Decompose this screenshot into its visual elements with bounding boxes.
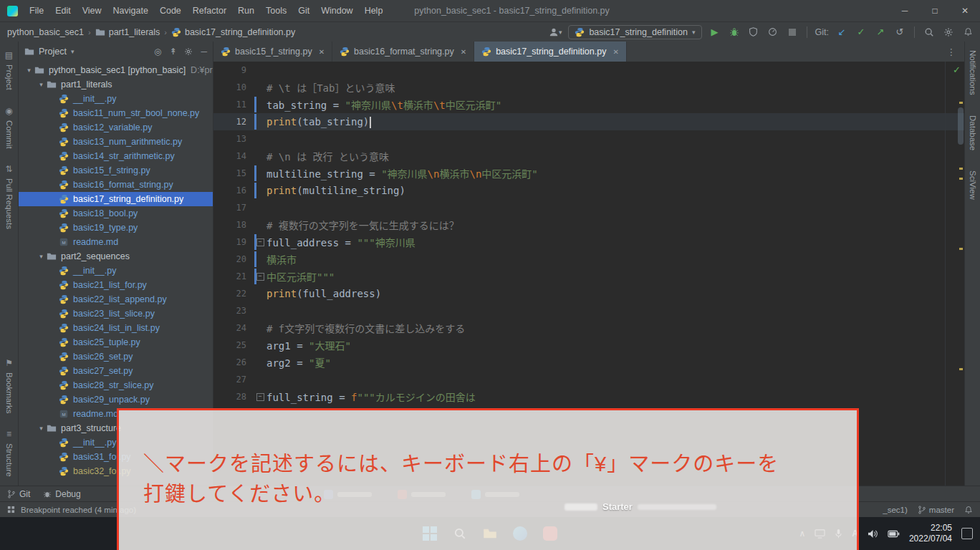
editor-tab-basic15_f_string-py[interactable]: basic15_f_string.py✕ [213,42,332,62]
fold-marker-icon[interactable]: − [256,273,264,281]
tab-options-icon[interactable]: ⋮ [938,42,965,62]
warning-stripe-mark[interactable] [959,178,963,180]
action-center-icon[interactable] [961,528,973,539]
code-line-15[interactable]: 15multiline_string = "神奈川県\n横浜市\n中区元浜町" [213,165,964,182]
code-line-13[interactable]: 13 [213,130,964,148]
user-account-icon[interactable]: ▾ [549,25,562,39]
tree-item-__init__-py[interactable]: __init__.py [19,92,213,106]
git-commit-button[interactable]: ✓ [855,25,868,39]
tree-item-basic24_list_in_list-py[interactable]: basic24_list_in_list.py [19,321,213,335]
code-line-28[interactable]: 28−full_string = f"""カルモジインの田舎は [213,388,964,405]
tree-item-basic18_bool-py[interactable]: basic18_bool.py [19,206,213,221]
toolwindow-button-debug[interactable]: Debug [43,489,80,499]
status-bell-icon[interactable] [964,506,973,514]
warning-stripe-mark[interactable] [959,168,963,170]
tree-expand-arrow[interactable]: ▾ [37,253,46,260]
tree-item-basic22_list_append-py[interactable]: basic22_list_append.py [19,292,213,307]
stripe-item-pull-requests[interactable]: ⇅Pull Requests [5,164,14,229]
tree-item-basic28_str_slice-py[interactable]: basic28_str_slice.py [19,378,213,392]
menu-code[interactable]: Code [154,6,187,16]
tree-item-__init__-py[interactable]: __init__.py [19,264,213,278]
breadcrumb-item-0[interactable]: python_basic_sec1 [6,27,85,37]
stripe-item-commit[interactable]: ◉Commit [5,106,14,149]
warning-stripe-mark[interactable] [959,102,963,104]
close-button[interactable]: ✕ [950,0,980,21]
git-update-button[interactable]: ↙ [835,25,848,39]
panel-settings-gear-icon[interactable] [184,47,193,56]
code-line-18[interactable]: 18# 複数行の文字列を一気に生成するには？ [213,216,964,233]
stripe-item-bookmarks[interactable]: ⚑Bookmarks [5,358,14,414]
warning-stripe-mark[interactable] [959,248,963,250]
code-line-21[interactable]: 21−中区元浜町""" [213,268,964,285]
code-line-17[interactable]: 17 [213,199,964,216]
breadcrumb-item-2[interactable]: basic17_string_definition.py [170,27,297,37]
tree-item-basic26_set-py[interactable]: basic26_set.py [19,349,213,364]
code-line-10[interactable]: 10# \t は［Tab］という意味 [213,79,964,96]
tree-item-basic21_list_for-py[interactable]: basic21_list_for.py [19,278,213,292]
profiler-button[interactable] [767,25,779,39]
tree-item-basic13_num_arithmetic-py[interactable]: basic13_num_arithmetic.py [19,135,213,149]
minimize-button[interactable]: ─ [890,0,920,21]
code-line-25[interactable]: 25arg1 = "大理石" [213,337,964,354]
tab-close-icon[interactable]: ✕ [319,48,325,56]
tree-expand-arrow[interactable]: ▾ [37,81,46,88]
volume-icon[interactable] [868,529,878,539]
tree-item-basic16_format_string-py[interactable]: basic16_format_string.py [19,178,213,192]
interpreter-label[interactable]: _sec1) [883,506,908,514]
collapse-all-icon[interactable]: ↟ [169,47,176,57]
editor-tab-basic16_format_string-py[interactable]: basic16_format_string.py✕ [332,42,474,62]
code-line-16[interactable]: 16print(multiline_string) [213,182,964,199]
menu-edit[interactable]: Edit [49,6,77,16]
code-line-26[interactable]: 26arg2 = "夏" [213,354,964,371]
search-everywhere-button[interactable] [923,25,936,39]
code-line-9[interactable]: 9 [213,62,964,79]
tree-expand-arrow[interactable]: ▾ [24,67,34,74]
project-panel-title[interactable]: Project [39,47,67,57]
code-line-12[interactable]: 12print(tab_string) [213,113,964,130]
code-line-23[interactable]: 23 [213,302,964,319]
stripe-item-project[interactable]: ▤Project [5,50,14,90]
tree-item-python_basic_sec1-python_basic-[interactable]: ▾python_basic_sec1 [python_basic]D:¥proj… [19,63,213,77]
code-line-27[interactable]: 27 [213,371,964,388]
menu-window[interactable]: Window [315,6,358,16]
tree-item-basic15_f_string-py[interactable]: basic15_f_string.py [19,163,213,178]
code-line-22[interactable]: 22print(full_address) [213,285,964,302]
breadcrumb-item-1[interactable]: part1_literals [94,27,162,37]
menu-navigate[interactable]: Navigate [107,6,154,16]
editor-tab-basic17_string_definition-py[interactable]: basic17_string_definition.py✕ [474,42,627,62]
tree-item-basic14_str_arithmetic-py[interactable]: basic14_str_arithmetic.py [19,149,213,163]
tree-expand-arrow[interactable]: ▾ [37,425,46,432]
stripe-item-notifications[interactable]: Notifications [969,50,977,95]
warning-stripe-mark[interactable] [959,368,963,370]
battery-icon[interactable] [888,530,900,538]
fold-marker-icon[interactable]: − [256,238,264,246]
menu-run[interactable]: Run [232,6,260,16]
stripe-item-structure[interactable]: ≡Structure [5,429,14,477]
tree-item-part2_sequences[interactable]: ▾part2_sequences [19,249,213,264]
tool-window-switcher-icon[interactable] [7,506,15,513]
menu-tools[interactable]: Tools [260,6,292,16]
code-line-14[interactable]: 14# \n は 改行 という意味 [213,148,964,165]
menu-refactor[interactable]: Refactor [187,6,232,16]
tab-close-icon[interactable]: ✕ [461,48,466,56]
chevron-down-icon[interactable]: ▾ [71,48,75,55]
toolwindow-button-git[interactable]: Git [7,489,30,499]
tree-item-basic23_list_slice-py[interactable]: basic23_list_slice.py [19,307,213,321]
tree-item-part1_literals[interactable]: ▾part1_literals [19,77,213,92]
fold-marker-icon[interactable]: − [256,393,264,401]
inspections-ok-icon[interactable]: ✓ [953,64,961,75]
stripe-item-database[interactable]: Database [969,115,977,150]
locate-file-icon[interactable]: ◎ [154,47,161,57]
debug-button[interactable] [728,25,741,39]
editor-scrollbar[interactable] [958,107,964,145]
run-configuration-select[interactable]: basic17_string_definition ▾ [568,25,701,39]
notifications-bell-icon[interactable] [961,25,974,39]
git-push-button[interactable]: ↗ [874,25,887,39]
tree-item-basic11_num_str_bool_none-py[interactable]: basic11_num_str_bool_none.py [19,106,213,120]
menu-file[interactable]: File [24,6,49,16]
tree-item-basic19_type-py[interactable]: basic19_type.py [19,221,213,235]
tab-close-icon[interactable]: ✕ [612,48,618,56]
hide-panel-icon[interactable]: ─ [201,47,207,57]
code-line-24[interactable]: 24# f文字列で複数行の文書に差し込みをする [213,319,964,337]
taskbar-clock[interactable]: 22:05 2022/07/04 [909,523,952,544]
